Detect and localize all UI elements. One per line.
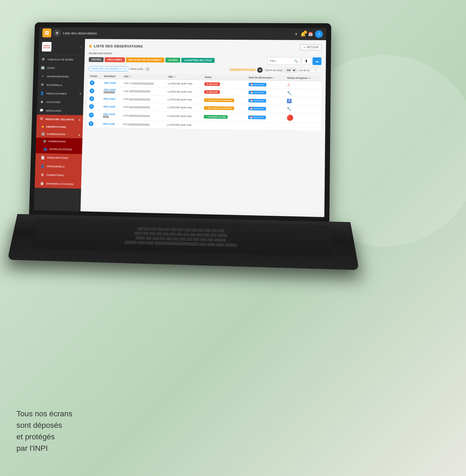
svg-rect-2 <box>45 33 47 35</box>
key <box>199 243 207 246</box>
filter-btn-toutes[interactable]: TOUTES <box>89 57 104 62</box>
columns-button[interactable]: CHOIX DES COLONNES 12 / 12 <box>89 66 129 71</box>
key <box>191 228 197 232</box>
col-identifiant: Identifiant <box>102 74 123 79</box>
donnees-icon: 📋 <box>40 181 44 186</box>
sidebar-item-observations[interactable]: OBSERVATIONS <box>36 123 83 131</box>
chevron-down-icon: ▾ <box>79 92 81 95</box>
add-button[interactable]: + <box>53 29 61 37</box>
sidebar-item-prescriptions[interactable]: 📄 PRESCRIPTIONS <box>35 153 82 163</box>
orange-dot-icon <box>89 45 92 47</box>
date-cell: 📅 19/05/2022 <box>247 96 285 105</box>
key <box>212 229 218 233</box>
personnels-icon: 👤 <box>41 164 45 168</box>
key <box>184 228 191 232</box>
status-badge: ✓ Acceptée en état <box>204 115 228 119</box>
id-cell: OBS-12366 ████████ <box>102 87 122 95</box>
next-page-button[interactable]: › <box>316 68 321 73</box>
page-title: LISTE DES OBSERVATIONS <box>94 44 143 48</box>
prescriptions-icon: 📄 <box>41 156 45 160</box>
urgence-cell <box>285 122 321 131</box>
sidebar-item-interlocuteurs[interactable]: 👥 INTERLOCUTEURS <box>36 145 82 154</box>
upload-btn-2[interactable]: ☁ <box>312 57 322 65</box>
sidebar-item-personnels[interactable]: 👤 PERSONNELS <box>35 162 82 171</box>
pagination-info: Lignes par page: 200 1-42 de 42 ‹ › <box>265 68 321 73</box>
key <box>180 237 186 241</box>
pagination-select[interactable]: 200 <box>284 68 297 72</box>
sidebar-collapse-button[interactable]: ‹ <box>80 45 82 49</box>
id-cell: OBS-12199 <box>101 120 121 128</box>
date-cell: 📅 10/10/2022 <box>247 88 285 97</box>
status-badge: ✓ En cours de traitement <box>204 98 234 102</box>
view-action-button[interactable]: 👁 <box>90 81 95 85</box>
action-cell: 👁 <box>88 95 102 103</box>
view-action-button[interactable]: 👁 <box>89 96 94 101</box>
search-input[interactable] <box>270 59 293 63</box>
site-blur <box>128 123 150 126</box>
calendar-icon[interactable]: 📅 <box>308 32 313 37</box>
action-cell: 👁 <box>87 102 102 110</box>
user-avatar[interactable]: J <box>315 30 323 38</box>
prev-page-button[interactable]: ‹ <box>311 68 316 73</box>
filter-left: CHOIX DES COLONNES 12 / 12 Filtres actif… <box>89 66 150 71</box>
back-button[interactable]: ↩ RETOUR <box>300 44 322 50</box>
filter-btn-encours[interactable]: EN COURS DE TRAITEMENT <box>126 57 164 62</box>
key <box>173 237 179 241</box>
site-cell: SITE <box>121 120 165 129</box>
filter-icon[interactable]: ▼ <box>294 32 298 36</box>
view-action-button[interactable]: 👁 <box>89 88 94 93</box>
sidebar-item-formations[interactable]: ⚙ FORMATIONS <box>35 170 81 180</box>
date-badge: 📅 19/05/2022 <box>248 99 266 102</box>
laptop: + Liste des observations ▼ 🔔 3 📅 J <box>28 22 410 261</box>
sidebar-item-sites[interactable]: 🏢 SITES <box>38 63 84 72</box>
sidebar-item-registre[interactable]: 🛡 REGISTRE SÉCURITÉ ▴ <box>36 114 83 124</box>
filter-btn-declarees[interactable]: DÉCLARÉES <box>105 57 125 62</box>
sidebar: registre sécurité ‹ ⊞ TABLEAU DE BORD 🏢 … <box>34 39 85 211</box>
key <box>218 229 224 233</box>
view-action-button[interactable]: 👁 <box>89 113 94 117</box>
key <box>157 228 163 231</box>
sidebar-item-commissions[interactable]: COMMISSIONS ▴ <box>36 130 83 138</box>
page-header-left: LISTE DES OBSERVATIONS <box>89 44 143 48</box>
svg-rect-3 <box>47 33 49 35</box>
site-blur <box>132 82 154 85</box>
sidebar-item-messages[interactable]: 💬 MESSAGES <box>37 106 83 115</box>
urgence-cell: 🔴 <box>285 113 321 123</box>
materiels-icon: ⚙ <box>40 83 45 87</box>
sidebar-sub-submenu-commissions: COMMISSIONS 👥 INTERLOCUTEURS <box>36 138 83 154</box>
sidebar-item-tableau[interactable]: ⊞ TABLEAU DE BORD <box>38 55 85 64</box>
key <box>183 233 189 237</box>
sidebar-item-activites[interactable]: ◆ ACTIVITÉS <box>37 98 83 107</box>
key <box>137 227 143 231</box>
sites-icon: 🏢 <box>41 65 45 70</box>
interventions-icon: ✓ <box>41 74 45 78</box>
search-icon: 🔍 <box>294 59 298 63</box>
sidebar-item-materiels[interactable]: ⚙ MATÉRIELS <box>38 81 84 90</box>
view-action-button[interactable]: 👁 <box>89 104 94 109</box>
filter-btn-levees[interactable]: LEVÉES <box>165 58 180 63</box>
col-action: Action <box>88 73 103 79</box>
filters-active: Filtres actifs : 0 <box>130 67 150 71</box>
ville-cell: LA ROCHE-SUR-YON <box>166 96 203 104</box>
formations-icon: ⚙ <box>40 173 45 177</box>
home-button[interactable] <box>42 28 51 38</box>
svg-rect-1 <box>47 31 49 33</box>
filter-btn-acceptees[interactable]: ACCEPTÉES EN L'ÉTAT <box>181 58 215 63</box>
sidebar-item-interventions[interactable]: ✓ INTERVENTIONS <box>38 72 84 81</box>
statut-cell: ✓ En cours de traitement <box>203 96 247 104</box>
urgency-handicap-icon: ♿ <box>287 99 292 103</box>
view-action-button[interactable]: 👁 <box>89 121 93 126</box>
bottom-text: Tous nos écrans sont déposés et protégés… <box>16 408 72 454</box>
sidebar-item-commissions2[interactable]: COMMISSIONS <box>36 138 83 145</box>
key <box>204 233 210 237</box>
sidebar-item-donnees[interactable]: 📋 DONNÉES D'ACCUEIL <box>35 179 81 189</box>
notification-icon[interactable]: 🔔 3 <box>300 31 306 37</box>
upload-btn-1[interactable]: ⬆ <box>302 57 311 65</box>
id-cell: OBS-12249 <box>101 103 122 111</box>
key <box>149 232 155 236</box>
pagination-arrows: ‹ › <box>311 68 322 73</box>
bottom-line-3: et protégés <box>16 431 72 443</box>
sidebar-item-prestataires[interactable]: 👤 PRESTATAIRES ▾ <box>37 89 84 98</box>
key <box>207 238 213 242</box>
data-table: Action Identifiant Site ▼ Ville ▼ Statut <box>87 73 321 131</box>
